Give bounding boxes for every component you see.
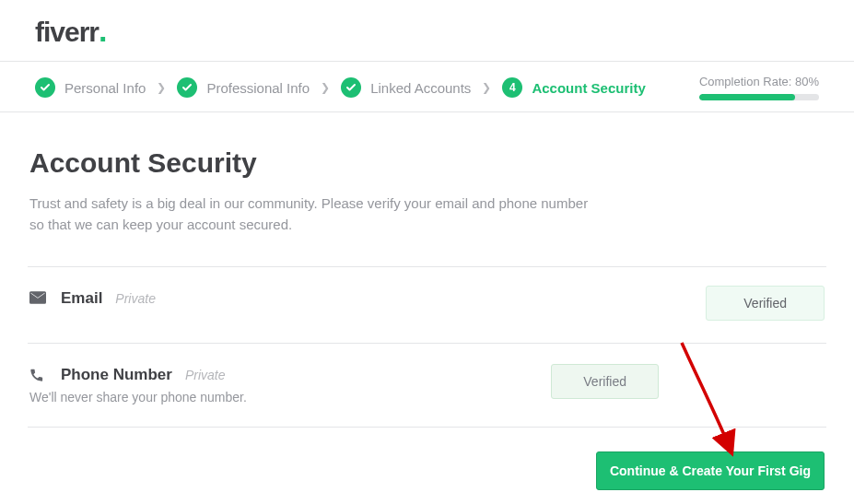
phone-status-badge: Verified bbox=[551, 364, 659, 399]
step-personal-info[interactable]: Personal Info bbox=[35, 77, 146, 98]
progress-fill bbox=[699, 94, 795, 100]
email-privacy: Private bbox=[115, 291, 156, 306]
completion-label: Completion Rate: 80% bbox=[690, 75, 819, 88]
step-number-icon: 4 bbox=[502, 77, 522, 98]
progress-bar bbox=[699, 94, 819, 100]
continue-create-gig-button[interactable]: Continue & Create Your First Gig bbox=[596, 451, 825, 490]
step-account-security[interactable]: 4 Account Security bbox=[502, 77, 645, 98]
phone-icon bbox=[29, 368, 48, 386]
brand-logo[interactable]: fiverr. bbox=[35, 17, 107, 48]
check-icon bbox=[35, 77, 55, 98]
step-linked-accounts[interactable]: Linked Accounts bbox=[341, 77, 471, 98]
envelope-icon bbox=[29, 291, 48, 308]
phone-label: Phone Number bbox=[61, 366, 172, 384]
step-professional-info[interactable]: Professional Info bbox=[177, 77, 310, 98]
progress-steps: Personal Info ❯ Professional Info ❯ Link… bbox=[35, 77, 690, 98]
email-status-badge: Verified bbox=[706, 286, 825, 321]
email-label: Email bbox=[61, 289, 102, 308]
chevron-right-icon: ❯ bbox=[317, 81, 333, 94]
chevron-right-icon: ❯ bbox=[153, 81, 170, 94]
phone-privacy: Private bbox=[185, 368, 226, 382]
completion-rate: Completion Rate: 80% bbox=[690, 75, 819, 100]
email-section: Email Private Verified bbox=[28, 266, 826, 343]
chevron-right-icon: ❯ bbox=[478, 81, 495, 94]
check-icon bbox=[341, 77, 361, 98]
page-subtitle: Trust and safety is a big deal in our co… bbox=[28, 193, 599, 235]
check-icon bbox=[177, 77, 197, 98]
page-title: Account Security bbox=[28, 147, 826, 179]
phone-help-text: We'll never share your phone number. bbox=[29, 390, 247, 404]
phone-section: Phone Number Private We'll never share y… bbox=[28, 343, 826, 427]
